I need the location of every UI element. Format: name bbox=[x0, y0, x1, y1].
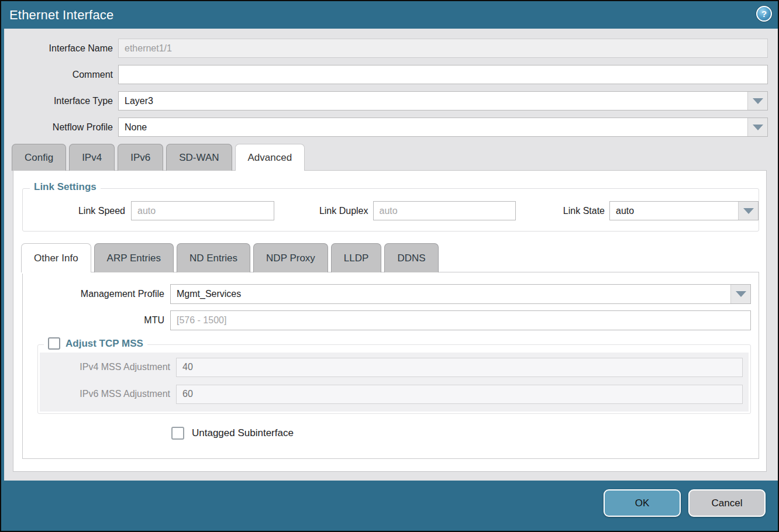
netflow-profile-label: Netflow Profile bbox=[4, 122, 118, 133]
dialog-left-frame bbox=[1, 1, 4, 531]
link-speed-label: Link Speed bbox=[23, 206, 125, 216]
adjust-tcp-mss-fieldset: Adjust TCP MSS IPv4 MSS Adjustment IPv6 … bbox=[37, 344, 751, 414]
management-profile-value[interactable] bbox=[171, 285, 730, 303]
untagged-subinterface-label: Untagged Subinterface bbox=[192, 427, 294, 439]
interface-type-value[interactable] bbox=[119, 92, 747, 110]
dialog-titlebar: Ethernet Interface bbox=[1, 1, 778, 29]
mtu-row: MTU bbox=[23, 310, 751, 330]
sub-tabstrip: Other Info ARP Entries ND Entries NDP Pr… bbox=[21, 243, 766, 272]
link-state-dropdown[interactable] bbox=[609, 201, 759, 220]
ipv4-mss-row: IPv4 MSS Adjustment bbox=[40, 357, 749, 377]
link-settings-legend: Link Settings bbox=[30, 181, 101, 193]
adjust-tcp-mss-legend-text: Adjust TCP MSS bbox=[66, 338, 143, 350]
mss-disabled-area: IPv4 MSS Adjustment IPv6 MSS Adjustment bbox=[40, 353, 749, 412]
ipv4-mss-label: IPv4 MSS Adjustment bbox=[40, 362, 176, 372]
link-speed-field[interactable] bbox=[131, 201, 274, 220]
help-icon[interactable]: ? bbox=[756, 6, 772, 22]
interface-type-label: Interface Type bbox=[4, 96, 118, 106]
other-info-panel: Management Profile MTU bbox=[22, 272, 759, 459]
untagged-subinterface-checkbox[interactable] bbox=[171, 427, 184, 440]
netflow-profile-dropdown[interactable] bbox=[118, 118, 768, 137]
tab-ipv4[interactable]: IPv4 bbox=[69, 144, 115, 171]
untagged-subinterface-row: Untagged Subinterface bbox=[171, 427, 759, 440]
ipv6-mss-row: IPv6 MSS Adjustment bbox=[40, 384, 749, 404]
tab-ipv6[interactable]: IPv6 bbox=[118, 144, 163, 171]
subtab-ndp-proxy[interactable]: NDP Proxy bbox=[253, 243, 328, 272]
chevron-down-icon bbox=[743, 208, 754, 214]
tab-advanced[interactable]: Advanced bbox=[235, 144, 305, 171]
interface-name-label: Interface Name bbox=[4, 43, 118, 54]
ethernet-interface-dialog: Ethernet Interface ? Interface Name Comm… bbox=[0, 0, 779, 532]
chevron-down-icon bbox=[753, 125, 763, 130]
ipv4-mss-field bbox=[176, 358, 743, 377]
management-profile-dropdown-button[interactable] bbox=[730, 285, 750, 303]
management-profile-row: Management Profile bbox=[23, 284, 751, 304]
link-duplex-label: Link Duplex bbox=[279, 206, 368, 216]
dialog-body: Interface Name Comment Interface Type bbox=[4, 29, 778, 481]
interface-type-dropdown-button[interactable] bbox=[747, 92, 767, 110]
link-settings-fieldset: Link Settings Link Speed Link Duplex Lin… bbox=[22, 188, 759, 232]
interface-type-dropdown[interactable] bbox=[118, 91, 768, 110]
mtu-label: MTU bbox=[23, 315, 170, 326]
mtu-field[interactable] bbox=[170, 310, 751, 330]
help-icon-glyph: ? bbox=[761, 9, 767, 19]
dialog-footer: OK Cancel bbox=[1, 481, 778, 531]
tab-config[interactable]: Config bbox=[12, 144, 66, 171]
cancel-button[interactable]: Cancel bbox=[688, 489, 766, 517]
subtab-ddns[interactable]: DDNS bbox=[384, 243, 438, 272]
dialog-title: Ethernet Interface bbox=[9, 8, 113, 23]
link-state-value[interactable] bbox=[610, 202, 738, 220]
adjust-tcp-mss-checkbox[interactable] bbox=[48, 337, 60, 350]
ipv6-mss-field bbox=[176, 385, 743, 404]
netflow-profile-dropdown-button[interactable] bbox=[747, 118, 767, 136]
comment-row: Comment bbox=[4, 65, 768, 84]
link-settings-legend-text: Link Settings bbox=[34, 181, 96, 193]
netflow-profile-row: Netflow Profile bbox=[4, 118, 768, 137]
ipv6-mss-label: IPv6 MSS Adjustment bbox=[40, 389, 176, 399]
interface-type-row: Interface Type bbox=[4, 91, 768, 110]
advanced-tab-panel: Link Settings Link Speed Link Duplex Lin… bbox=[13, 170, 767, 472]
comment-field[interactable] bbox=[118, 65, 768, 84]
comment-label: Comment bbox=[4, 70, 118, 80]
subtab-other-info[interactable]: Other Info bbox=[21, 243, 91, 272]
chevron-down-icon bbox=[736, 291, 746, 297]
tab-sdwan[interactable]: SD-WAN bbox=[166, 144, 232, 171]
main-tabstrip: Config IPv4 IPv6 SD-WAN Advanced bbox=[12, 144, 778, 171]
ok-button[interactable]: OK bbox=[604, 489, 681, 517]
link-duplex-field[interactable] bbox=[373, 201, 516, 220]
link-settings-row: Link Speed Link Duplex Link State bbox=[23, 201, 759, 220]
netflow-profile-value[interactable] bbox=[119, 118, 747, 136]
footer-buttons: OK Cancel bbox=[604, 489, 766, 517]
adjust-tcp-mss-legend: Adjust TCP MSS bbox=[44, 337, 147, 350]
subtab-lldp[interactable]: LLDP bbox=[331, 243, 382, 272]
link-state-dropdown-button[interactable] bbox=[738, 202, 758, 220]
management-profile-dropdown[interactable] bbox=[170, 284, 751, 304]
interface-name-row: Interface Name bbox=[4, 39, 768, 58]
interface-name-field bbox=[118, 39, 768, 58]
subtab-nd-entries[interactable]: ND Entries bbox=[177, 243, 250, 272]
link-state-label: Link State bbox=[521, 206, 605, 216]
subtab-arp-entries[interactable]: ARP Entries bbox=[94, 243, 174, 272]
chevron-down-icon bbox=[753, 98, 763, 104]
management-profile-label: Management Profile bbox=[23, 289, 170, 299]
